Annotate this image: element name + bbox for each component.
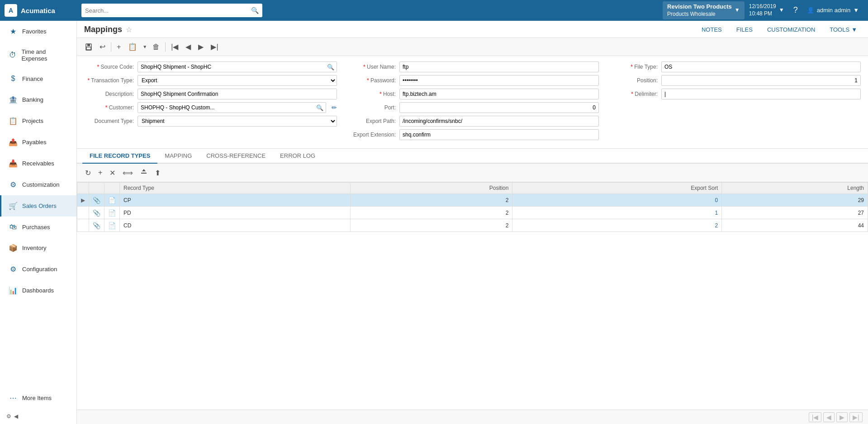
- sidebar-item-more-items[interactable]: ⋯ More Items: [0, 387, 76, 409]
- sidebar-item-dashboards[interactable]: 📊 Dashboards: [0, 280, 76, 301]
- page-prev-button[interactable]: ◀: [823, 412, 835, 422]
- sidebar-item-banking[interactable]: 🏦 Banking: [0, 89, 76, 110]
- time-icon: ⏱: [9, 51, 17, 59]
- attach-cell: 📎: [89, 194, 104, 207]
- file-type-input[interactable]: [661, 61, 861, 72]
- expand-button[interactable]: ▶: [81, 197, 85, 203]
- position-input[interactable]: [661, 75, 861, 86]
- export-sort-cell[interactable]: 1: [512, 207, 722, 219]
- transaction-type-select[interactable]: Export: [138, 75, 337, 86]
- sidebar-item-purchases[interactable]: 🛍 Purchases: [0, 217, 76, 237]
- description-row: Description:: [84, 89, 337, 99]
- page-last-button[interactable]: ▶|: [849, 412, 863, 422]
- tab-file-record-types[interactable]: FILE RECORD TYPES: [82, 149, 157, 164]
- record-type-cell[interactable]: CP: [120, 194, 351, 207]
- files-button[interactable]: FILES: [733, 24, 756, 35]
- sidebar-label-inventory: Inventory: [22, 245, 46, 251]
- delimiter-input[interactable]: [661, 89, 861, 99]
- sidebar-item-time-expenses[interactable]: ⏱ Time and Expenses: [0, 42, 76, 68]
- search-bar[interactable]: 🔍: [81, 4, 262, 17]
- sidebar-item-projects[interactable]: 📋 Projects: [0, 110, 76, 132]
- length-cell[interactable]: 27: [722, 207, 868, 219]
- user-menu[interactable]: 👤 admin admin ▼: [802, 5, 863, 15]
- upload-button[interactable]: ⬆: [152, 167, 163, 179]
- export-button[interactable]: [138, 166, 150, 179]
- customization-button[interactable]: CUSTOMIZATION: [764, 24, 819, 35]
- customer-input[interactable]: [138, 103, 314, 113]
- settings-icon: ⚙: [6, 413, 11, 419]
- collapse-arrow-icon: ◀: [14, 413, 18, 419]
- tab-error-log[interactable]: ERROR LOG: [273, 149, 323, 164]
- user-name-input[interactable]: [399, 61, 599, 72]
- position-cell[interactable]: 2: [350, 207, 512, 219]
- sidebar-item-finance[interactable]: $ Finance: [0, 68, 76, 89]
- table-row[interactable]: 📎 📄 PD 2 1 27: [77, 207, 868, 219]
- svg-rect-1: [87, 44, 90, 46]
- length-cell[interactable]: 29: [722, 194, 868, 207]
- source-code-input[interactable]: [138, 62, 325, 72]
- expand-cell[interactable]: ▶: [77, 194, 89, 207]
- search-input[interactable]: [85, 7, 251, 14]
- prev-record-button[interactable]: ◀: [183, 41, 194, 53]
- position-cell[interactable]: 2: [350, 194, 512, 207]
- sidebar: ★ Favorites ⏱ Time and Expenses $ Financ…: [0, 21, 77, 424]
- paste-button[interactable]: 📋: [125, 41, 140, 53]
- port-row: Port:: [346, 102, 599, 113]
- favorite-star-icon[interactable]: ☆: [126, 25, 132, 34]
- logo-area[interactable]: A Acumatica: [5, 4, 77, 17]
- sidebar-item-payables[interactable]: 📤 Payables: [0, 132, 76, 153]
- fit-columns-button[interactable]: ⟺: [120, 167, 136, 179]
- table-delete-button[interactable]: ✕: [107, 167, 118, 179]
- tab-cross-reference[interactable]: CROSS-REFERENCE: [199, 149, 273, 164]
- file-record-types-table: Record Type Position Export Sort Length …: [77, 182, 868, 232]
- export-path-input[interactable]: [399, 116, 599, 127]
- refresh-button[interactable]: ↻: [82, 167, 94, 179]
- sidebar-item-favorites[interactable]: ★ Favorites: [0, 21, 76, 42]
- datetime-selector[interactable]: 12/16/2019 10:48 PM ▼: [745, 1, 789, 19]
- password-input[interactable]: [399, 75, 599, 86]
- length-cell[interactable]: 44: [722, 219, 868, 232]
- add-button[interactable]: +: [114, 41, 123, 53]
- table-add-button[interactable]: +: [95, 167, 105, 179]
- user-dropdown-icon: ▼: [853, 7, 859, 14]
- tools-button[interactable]: TOOLS ▼: [826, 24, 861, 35]
- next-record-button[interactable]: ▶: [195, 41, 206, 53]
- customer-search-icon[interactable]: 🔍: [314, 104, 326, 111]
- document-type-select[interactable]: Shipment: [138, 116, 337, 127]
- description-input[interactable]: [138, 89, 337, 99]
- app-name: Acumatica: [21, 7, 55, 14]
- position-cell[interactable]: 2: [350, 219, 512, 232]
- sidebar-item-receivables[interactable]: 📥 Receivables: [0, 153, 76, 174]
- last-record-button[interactable]: ▶|: [208, 41, 221, 53]
- sidebar-item-inventory[interactable]: 📦 Inventory: [0, 237, 76, 259]
- delete-button[interactable]: 🗑: [150, 41, 162, 53]
- host-input[interactable]: [399, 89, 599, 99]
- sidebar-item-customization[interactable]: ⚙ Customization: [0, 174, 76, 195]
- sidebar-item-configuration[interactable]: ⚙ Configuration: [0, 259, 76, 280]
- page-first-button[interactable]: |◀: [809, 412, 822, 422]
- source-code-search-icon[interactable]: 🔍: [325, 64, 337, 71]
- sidebar-item-sales-orders[interactable]: 🛒 Sales Orders: [0, 195, 76, 217]
- table-row[interactable]: ▶ 📎 📄 CP 2 0 29: [77, 194, 868, 207]
- save-button[interactable]: [82, 42, 95, 52]
- sidebar-collapse-button[interactable]: ⚙ ◀: [0, 409, 76, 424]
- port-input[interactable]: [399, 102, 599, 113]
- undo-button[interactable]: ↩: [97, 41, 108, 53]
- export-sort-cell[interactable]: 2: [512, 219, 722, 232]
- tenant-selector[interactable]: Revision Two Products Products Wholesale…: [663, 1, 745, 19]
- notes-button[interactable]: NOTES: [698, 24, 726, 35]
- password-label: Password:: [346, 77, 396, 84]
- page-next-button[interactable]: ▶: [836, 412, 848, 422]
- attach-icon: 📎: [93, 197, 100, 204]
- datetime-dropdown-icon: ▼: [779, 7, 784, 14]
- export-sort-cell[interactable]: 0: [512, 194, 722, 207]
- paste-dropdown-button[interactable]: ▼: [142, 42, 148, 51]
- tab-mapping[interactable]: MAPPING: [157, 149, 199, 164]
- first-record-button[interactable]: |◀: [168, 41, 181, 53]
- record-type-cell[interactable]: CD: [120, 219, 351, 232]
- customer-edit-icon[interactable]: ✏: [332, 104, 337, 111]
- table-row[interactable]: 📎 📄 CD 2 2 44: [77, 219, 868, 232]
- export-extension-input[interactable]: [399, 129, 599, 140]
- help-button[interactable]: ?: [789, 4, 802, 17]
- record-type-cell[interactable]: PD: [120, 207, 351, 219]
